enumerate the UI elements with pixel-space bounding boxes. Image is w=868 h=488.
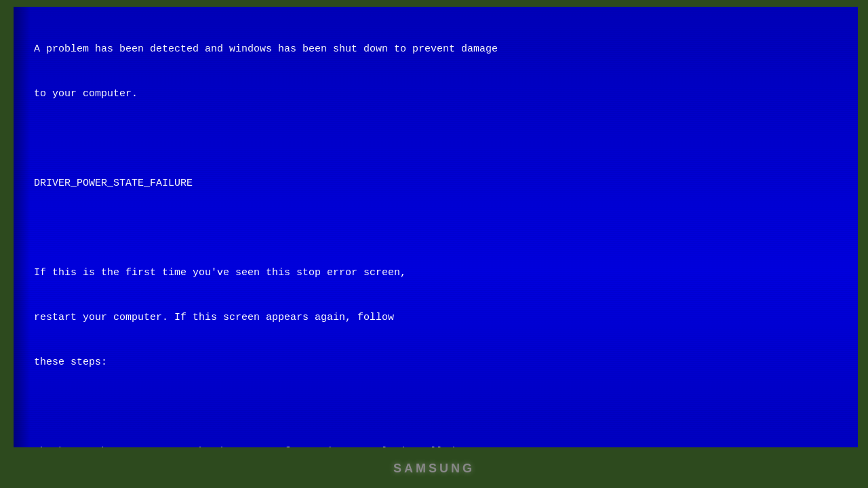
line-first2: restart your computer. If this screen ap… xyxy=(34,310,837,326)
line-first3: these steps: xyxy=(34,355,837,371)
line-blank3 xyxy=(34,400,837,415)
bsod-content: A problem has been detected and windows … xyxy=(14,7,858,447)
outer-frame: A problem has been detected and windows … xyxy=(0,0,868,488)
line-blank1 xyxy=(34,131,837,147)
line-check1: Check to make sure any new hardware or s… xyxy=(34,445,837,448)
line-first1: If this is the first time you've seen th… xyxy=(34,266,837,281)
line-top2: to your computer. xyxy=(34,87,837,102)
samsung-logo: SAMSUNG xyxy=(393,462,475,476)
bsod-screen: A problem has been detected and windows … xyxy=(14,7,858,447)
line-top1: A problem has been detected and windows … xyxy=(34,42,837,58)
line-error-code: DRIVER_POWER_STATE_FAILURE xyxy=(34,176,837,192)
line-blank2 xyxy=(34,221,837,237)
